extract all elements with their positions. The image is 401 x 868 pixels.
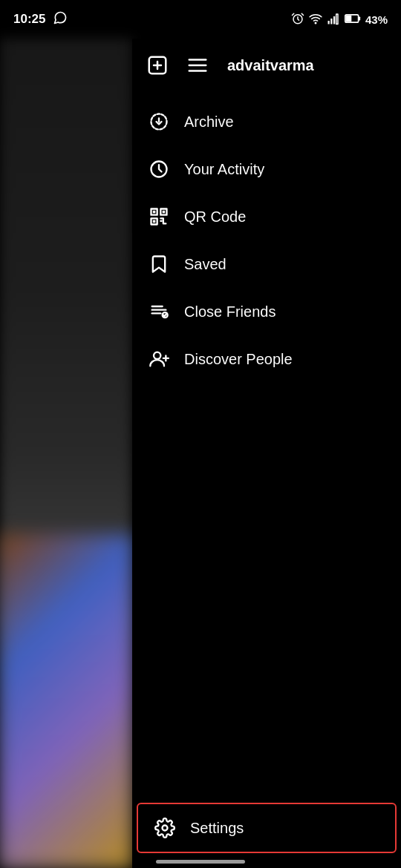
menu-item-qr-code[interactable]: QR Code [132, 193, 401, 240]
qr-code-label: QR Code [184, 208, 246, 226]
svg-rect-2 [327, 21, 329, 24]
svg-rect-4 [333, 16, 335, 24]
menu-item-your-activity[interactable]: Your Activity [132, 145, 401, 193]
svg-point-1 [315, 22, 316, 24]
menu-item-discover-people[interactable]: Discover People [132, 335, 401, 383]
saved-icon [147, 252, 171, 276]
saved-label: Saved [184, 256, 226, 273]
bottom-left-image-blur [0, 534, 132, 868]
battery-icon [345, 13, 361, 26]
new-post-button[interactable] [144, 52, 171, 79]
signal-icon [327, 12, 340, 27]
drawer-header: advaitvarma [132, 39, 401, 91]
menu-item-saved[interactable]: Saved [132, 240, 401, 288]
discover-people-icon [147, 347, 171, 371]
archive-label: Archive [184, 114, 234, 131]
settings-icon [153, 816, 177, 840]
svg-rect-7 [359, 16, 361, 20]
status-time: 10:25 [13, 12, 45, 27]
username: advaitvarma [227, 57, 314, 74]
svg-point-26 [163, 826, 168, 831]
wifi-icon [309, 12, 322, 27]
menu-list: Archive Your Activity [132, 91, 401, 803]
svg-rect-8 [346, 15, 352, 21]
svg-point-25 [154, 352, 160, 359]
svg-rect-18 [153, 211, 156, 214]
activity-label: Your Activity [184, 161, 264, 178]
svg-rect-19 [163, 211, 166, 214]
activity-icon [147, 157, 171, 181]
settings-label: Settings [190, 820, 244, 837]
settings-button[interactable]: Settings [137, 803, 397, 853]
close-friends-icon [147, 300, 171, 323]
menu-button[interactable] [184, 52, 211, 79]
svg-rect-5 [336, 14, 338, 24]
svg-rect-20 [153, 220, 156, 223]
svg-rect-3 [330, 19, 332, 24]
status-icons-right: 43% [291, 12, 388, 27]
menu-item-archive[interactable]: Archive [132, 98, 401, 145]
close-friends-label: Close Friends [184, 303, 276, 320]
archive-icon [147, 110, 171, 134]
status-bar: 10:25 [0, 0, 401, 39]
discover-people-label: Discover People [184, 351, 293, 368]
alarm-icon [291, 12, 304, 27]
qr-code-icon [147, 205, 171, 228]
home-indicator [156, 860, 245, 864]
drawer-panel: advaitvarma Archive Your Activity [132, 39, 401, 868]
whatsapp-icon [53, 10, 68, 29]
battery-percent: 43% [365, 13, 388, 26]
menu-item-close-friends[interactable]: Close Friends [132, 288, 401, 335]
